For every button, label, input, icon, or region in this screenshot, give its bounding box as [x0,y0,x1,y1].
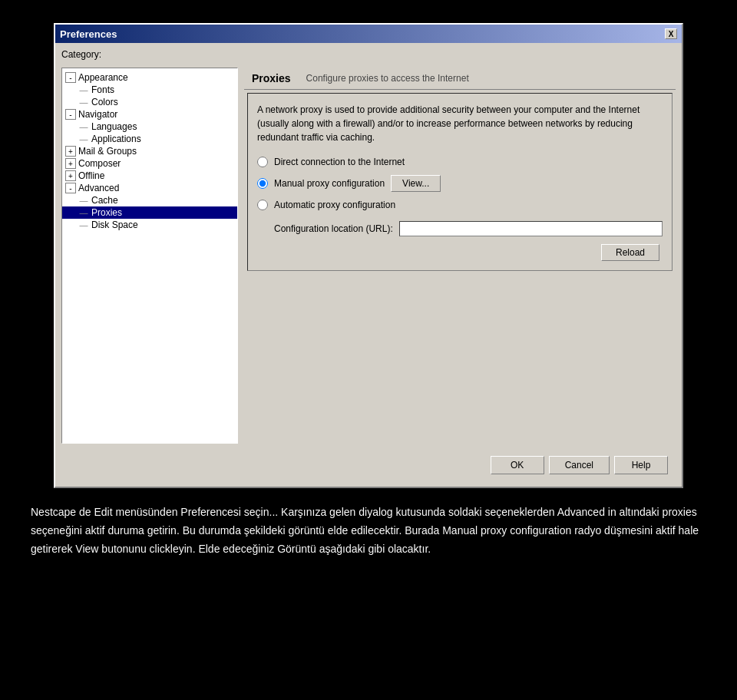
dash-applications: — [76,134,91,144]
expand-icon-mail[interactable]: + [65,146,76,157]
radio-row-auto: Automatic proxy configuration [257,200,663,210]
tree-label-mail-groups: Mail & Groups [78,146,137,157]
help-button[interactable]: Help [614,456,668,474]
bottom-buttons: OK Cancel Help [61,450,676,480]
category-label: Category: [61,49,676,60]
main-content: - Appearance — Fonts — Colors - Naviga [61,68,676,444]
view-button[interactable]: View... [391,175,441,192]
tree-item-navigator[interactable]: - Navigator [62,108,237,121]
radio-manual[interactable] [257,178,268,189]
panel-subtitle: Configure proxies to access the Internet [306,73,469,84]
dash-languages: — [76,122,91,131]
dash-cache: — [76,196,91,205]
tree-item-languages[interactable]: — Languages [62,121,237,133]
cancel-button[interactable]: Cancel [549,456,610,474]
right-panel: Proxies Configure proxies to access the … [244,68,676,444]
tree-panel[interactable]: - Appearance — Fonts — Colors - Naviga [61,68,238,444]
tree-label-appearance: Appearance [78,72,128,83]
tree-item-fonts[interactable]: — Fonts [62,84,237,96]
url-input[interactable] [399,221,663,236]
dialog-title: Preferences [60,28,117,40]
radio-label-auto[interactable]: Automatic proxy configuration [274,200,395,210]
expand-icon-composer[interactable]: + [65,158,76,169]
url-label: Configuration location (URL): [274,223,393,234]
tree-item-advanced[interactable]: - Advanced [62,182,237,194]
tree-label-languages: Languages [91,121,137,132]
tree-item-cache[interactable]: — Cache [62,194,237,206]
reload-row: Reload [257,244,663,261]
tree-label-proxies: Proxies [91,207,122,218]
radio-group: Direct connection to the Internet Manual… [257,157,663,236]
panel-header: Proxies Configure proxies to access the … [244,68,676,90]
tree-label-fonts: Fonts [91,84,114,95]
tree-item-colors[interactable]: — Colors [62,96,237,108]
ok-button[interactable]: OK [491,456,544,474]
radio-label-manual[interactable]: Manual proxy configuration [274,178,385,189]
tree-label-advanced: Advanced [78,183,119,193]
expand-icon-appearance[interactable]: - [65,72,76,83]
tree-label-navigator: Navigator [78,109,117,120]
tree-item-disk-space[interactable]: — Disk Space [62,219,237,231]
tree-label-composer: Composer [78,158,121,169]
expand-icon-advanced[interactable]: - [65,183,76,193]
tree-item-offline[interactable]: + Offline [62,170,237,182]
dash-disk-space: — [76,220,91,229]
dash-fonts: — [76,85,91,94]
dash-colors: — [76,97,91,107]
radio-direct[interactable] [257,157,268,167]
expand-icon-navigator[interactable]: - [65,109,76,120]
tree-item-applications[interactable]: — Applications [62,133,237,145]
close-button[interactable]: X [665,28,677,39]
url-row: Configuration location (URL): [257,221,663,236]
title-bar: Preferences X [55,25,682,43]
preferences-dialog: Preferences X Category: - Appearance — F… [54,23,683,488]
dialog-body: Category: - Appearance — Fonts — C [55,43,682,487]
dash-proxies: — [76,208,91,217]
expand-icon-offline[interactable]: + [65,170,76,181]
tree-item-mail-groups[interactable]: + Mail & Groups [62,145,237,157]
tree-label-applications: Applications [91,134,141,144]
reload-button[interactable]: Reload [601,244,659,261]
tree-item-proxies[interactable]: — Proxies [62,206,237,219]
tree-label-cache: Cache [91,195,118,206]
panel-title: Proxies [252,72,291,84]
bottom-text: Nestcape de Edit menüsünden Preferencesi… [15,504,722,558]
radio-label-direct[interactable]: Direct connection to the Internet [274,157,405,167]
radio-row-manual: Manual proxy configuration View... [257,175,663,192]
tree-item-appearance[interactable]: - Appearance [62,71,237,84]
tree-label-colors: Colors [91,97,118,107]
tree-label-offline: Offline [78,170,104,181]
tree-item-composer[interactable]: + Composer [62,157,237,170]
description-text: A network proxy is used to provide addit… [257,103,663,144]
radio-row-direct: Direct connection to the Internet [257,157,663,167]
screen: Preferences X Category: - Appearance — F… [0,0,737,700]
bottom-paragraph: Nestcape de Edit menüsünden Preferencesi… [31,504,706,558]
radio-auto[interactable] [257,200,268,210]
tree-label-disk-space: Disk Space [91,220,138,230]
panel-content: A network proxy is used to provide addit… [247,93,673,271]
